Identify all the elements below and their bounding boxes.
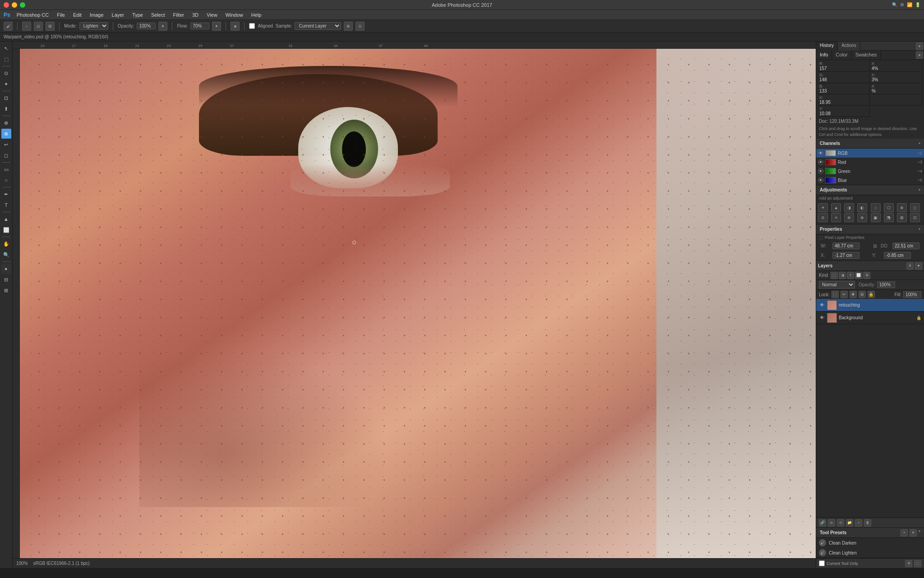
lock-image-btn[interactable]: ✏: [841, 291, 848, 298]
adj-invert[interactable]: ⊗: [857, 213, 867, 222]
adj-threshold[interactable]: ⬔: [884, 213, 894, 222]
current-tool-only-checkbox[interactable]: [819, 560, 825, 566]
adj-levels[interactable]: ▲: [831, 203, 841, 212]
blend-mode-dropdown[interactable]: Lighten Normal Darken Multiply Screen: [79, 22, 108, 30]
layers-panel-menu[interactable]: ≡: [906, 262, 914, 270]
dodge-tool[interactable]: ○: [1, 175, 11, 185]
layer-blend-mode[interactable]: Normal Lighten Darken Multiply Screen: [819, 281, 855, 289]
airbrush-btn[interactable]: ◈: [231, 22, 240, 31]
extra-tools2[interactable]: ⊞: [1, 285, 11, 295]
quick-select-tool[interactable]: ✦: [1, 79, 11, 89]
channel-red[interactable]: 👁 Red ~3: [816, 158, 924, 167]
properties-header[interactable]: Properties ▾: [816, 224, 924, 234]
layer-retouching[interactable]: 👁 retouching: [816, 299, 924, 312]
crop-tool[interactable]: ⊡: [1, 93, 11, 103]
filter-pixel[interactable]: ⬚: [831, 272, 838, 279]
brush-angle-btn[interactable]: ◎: [34, 22, 43, 31]
channel-blue[interactable]: 👁 Blue ~5: [816, 176, 924, 185]
marquee-tool[interactable]: ⬚: [1, 54, 11, 64]
lock-position-btn[interactable]: ✚: [850, 291, 857, 298]
shape-tool[interactable]: ⬜: [1, 225, 11, 235]
adj-color-lookup[interactable]: ⊛: [844, 213, 854, 222]
menu-3d[interactable]: 3D: [189, 11, 202, 19]
spot-healing-tool[interactable]: ⊕: [1, 118, 11, 128]
foreground-color[interactable]: ■: [1, 264, 11, 274]
lock-artboard-btn[interactable]: ⊞: [859, 291, 866, 298]
menu-image[interactable]: Image: [86, 11, 107, 19]
menu-help[interactable]: Help: [248, 11, 265, 19]
minimize-button[interactable]: [12, 2, 17, 8]
link-layers-btn[interactable]: 🔗: [819, 519, 826, 527]
delete-layer-btn[interactable]: 🗑: [864, 519, 871, 527]
menu-select[interactable]: Select: [148, 11, 169, 19]
tab-history[interactable]: History: [816, 42, 838, 51]
type-tool[interactable]: T: [1, 200, 11, 210]
channel-green[interactable]: 👁 Green ~4: [816, 167, 924, 176]
adj-posterize[interactable]: ▣: [871, 213, 881, 222]
lasso-tool[interactable]: ⊙: [1, 68, 11, 78]
clone-options-btn[interactable]: ⊙: [356, 22, 365, 31]
prop-h-input[interactable]: [892, 242, 919, 249]
filter-shape[interactable]: ⬜: [855, 272, 862, 279]
adj-selective-color[interactable]: ⊡: [910, 213, 920, 222]
layers-collapse-btn[interactable]: ▾: [915, 262, 922, 270]
menu-type[interactable]: Type: [129, 11, 147, 19]
tool-presets-new[interactable]: +: [901, 529, 908, 536]
layer-background-vis[interactable]: 👁: [819, 315, 825, 321]
history-brush-tool[interactable]: ↩: [1, 140, 11, 149]
channel-green-vis[interactable]: 👁: [818, 168, 823, 174]
flow-pressure-btn[interactable]: ✦: [212, 22, 221, 31]
add-style-btn[interactable]: fx: [828, 519, 835, 527]
opacity-input[interactable]: 100%: [137, 23, 156, 29]
prop-y-input[interactable]: [884, 252, 911, 259]
adj-bw[interactable]: ◻: [910, 203, 920, 212]
filter-adjustment[interactable]: ◑: [839, 272, 846, 279]
adj-exposure[interactable]: ◐: [857, 203, 867, 212]
add-mask-btn[interactable]: ⊙: [837, 519, 844, 527]
zoom-tool[interactable]: 🔍: [1, 250, 11, 260]
tab-swatches[interactable]: Swatches: [852, 51, 881, 60]
aligned-checkbox[interactable]: [249, 23, 255, 29]
prop-x-input[interactable]: [832, 252, 859, 259]
info-panel-menu[interactable]: ≡: [916, 51, 923, 59]
pen-tool[interactable]: ✒: [1, 189, 11, 199]
flow-input[interactable]: 70%: [190, 23, 209, 29]
channels-header[interactable]: Channels ▾: [816, 139, 924, 149]
adj-brightness[interactable]: ☀: [818, 203, 828, 212]
extra-tools[interactable]: ⊟: [1, 275, 11, 284]
filter-smart[interactable]: ⚙: [863, 272, 870, 279]
lock-transparent-btn[interactable]: ⬚: [832, 291, 839, 298]
adj-gradient-map[interactable]: ⊠: [897, 213, 907, 222]
adj-curves[interactable]: ◑: [844, 203, 854, 212]
close-button[interactable]: [4, 2, 9, 8]
fill-input[interactable]: [903, 291, 921, 298]
document-tab[interactable]: Warpaint_video.psd @ 100% (retouching, R…: [0, 33, 924, 42]
channel-blue-vis[interactable]: 👁: [818, 177, 823, 183]
tab-actions[interactable]: Actions: [838, 42, 860, 51]
menu-layer[interactable]: Layer: [108, 11, 128, 19]
panel-menu-btn[interactable]: ≡: [916, 42, 923, 50]
preset-clean-lighten[interactable]: 🖌 Clean Lighten: [816, 548, 924, 558]
canvas-content[interactable]: [20, 49, 816, 558]
tool-presets-header[interactable]: Tool Presets + ≡ ▾: [816, 528, 924, 538]
layer-opacity-input[interactable]: [877, 281, 895, 288]
sample-dropdown[interactable]: Current Layer All Layers Current & Below: [295, 22, 341, 30]
sample-all-btn[interactable]: ⊕: [344, 22, 353, 31]
prop-w-input[interactable]: [832, 242, 859, 249]
adj-colorbalance[interactable]: ⊕: [897, 203, 907, 212]
maximize-button[interactable]: [20, 2, 25, 8]
preset-clean-darken[interactable]: 🖌 Clean Darken: [816, 538, 924, 548]
status-settings-btn[interactable]: ⚙: [905, 560, 912, 567]
menu-photoshop[interactable]: Photoshop CC: [13, 11, 53, 19]
new-group-btn[interactable]: 📁: [846, 519, 853, 527]
status-layout-btn[interactable]: ⬚: [914, 560, 921, 567]
new-layer-btn[interactable]: +: [855, 519, 862, 527]
menu-filter[interactable]: Filter: [169, 11, 187, 19]
adj-channel-mixer[interactable]: ≡: [831, 213, 841, 222]
adj-hsl[interactable]: ⬡: [884, 203, 894, 212]
channel-rgb[interactable]: 👁 RGB ~2: [816, 149, 924, 158]
layer-retouching-vis[interactable]: 👁: [819, 302, 825, 308]
hand-tool[interactable]: ✋: [1, 239, 11, 249]
clone-stamp-tool[interactable]: ⊛: [1, 129, 11, 139]
eyedropper-tool[interactable]: ⬆: [1, 104, 11, 114]
